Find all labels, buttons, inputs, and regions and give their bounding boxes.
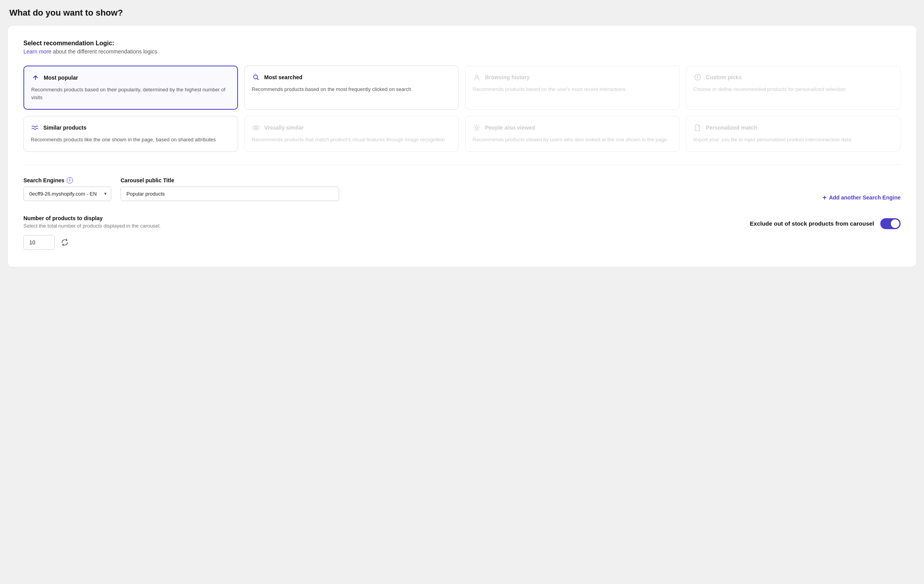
num-products-hint: Select the total number of products disp… (23, 223, 161, 229)
waves-icon (31, 123, 39, 132)
search-engines-info-icon[interactable]: i (67, 177, 73, 183)
option-title-browsing-history: Browsing history (485, 74, 530, 80)
option-title-most-popular: Most popular (44, 75, 78, 81)
num-products-input[interactable] (23, 235, 55, 250)
option-desc-browsing-history: Recommends products based on the user's … (473, 85, 672, 93)
option-title-personalized-match: Personalized match (706, 125, 757, 131)
option-header-most-searched: Most searched (252, 73, 451, 82)
svg-point-6 (476, 126, 478, 129)
file-icon (693, 123, 702, 132)
option-desc-visually-similar: Recommends products that match product's… (252, 136, 451, 144)
option-card-visually-similar: Visually similarRecommends products that… (244, 116, 459, 152)
page-title: What do you want to show? (8, 8, 916, 18)
search-engines-group: Search Engines i 0ecff9-26.myshopify.com… (23, 177, 111, 201)
option-desc-personalized-match: Import your .csv file to input personali… (693, 136, 893, 144)
svg-point-5 (255, 127, 257, 129)
svg-point-3 (697, 78, 698, 79)
exclude-section: Exclude out of stock products from carou… (750, 218, 901, 229)
exclamation-icon (693, 73, 702, 82)
option-header-custom-picks: Custom picks (693, 73, 893, 82)
carousel-title-group: Carousel public Title (121, 177, 813, 201)
carousel-label: Carousel public Title (121, 177, 813, 183)
exclude-label: Exclude out of stock products from carou… (750, 220, 874, 227)
engine-select[interactable]: 0ecff9-26.myshopify.com - EN (23, 187, 111, 201)
section-title: Select recommendation Logic: (23, 40, 901, 47)
option-title-people-also-viewed: People also viewed (485, 125, 535, 131)
engine-select-wrapper: 0ecff9-26.myshopify.com - EN ▾ (23, 187, 111, 201)
option-card-browsing-history: Browsing historyRecommends products base… (465, 66, 680, 110)
carousel-input[interactable] (121, 187, 339, 201)
option-header-personalized-match: Personalized match (693, 123, 893, 132)
option-card-personalized-match: Personalized matchImport your .csv file … (686, 116, 901, 152)
bottom-section: Number of products to display Select the… (23, 215, 901, 250)
gear-icon (473, 123, 481, 132)
option-header-people-also-viewed: People also viewed (473, 123, 672, 132)
num-products-label: Number of products to display (23, 215, 161, 221)
learn-more-link[interactable]: Learn more (23, 48, 52, 55)
eye-icon (252, 123, 260, 132)
svg-point-1 (476, 75, 478, 77)
option-card-most-searched[interactable]: Most searchedRecommends products based o… (244, 66, 459, 110)
option-desc-similar-products: Recommends products like the one shown i… (31, 136, 231, 144)
option-card-similar-products[interactable]: Similar productsRecommends products like… (23, 116, 238, 152)
exclude-toggle[interactable] (880, 218, 901, 229)
num-input-row (23, 235, 161, 250)
option-header-most-popular: Most popular (31, 73, 230, 82)
option-header-visually-similar: Visually similar (252, 123, 451, 132)
option-desc-most-searched: Recommends products based on the most fr… (252, 85, 451, 93)
search-engines-label: Search Engines (23, 177, 64, 183)
add-engine-button[interactable]: + Add another Search Engine (823, 194, 901, 201)
option-header-browsing-history: Browsing history (473, 73, 672, 82)
option-card-most-popular[interactable]: Most popularRecommends products based on… (23, 66, 238, 110)
main-card: Select recommendation Logic: Learn more … (8, 26, 916, 267)
plus-icon: + (823, 194, 827, 201)
option-card-people-also-viewed: People also viewedRecommends products vi… (465, 116, 680, 152)
add-engine-label: Add another Search Engine (829, 194, 901, 201)
option-title-similar-products: Similar products (43, 125, 86, 131)
person-icon (473, 73, 481, 82)
option-desc-people-also-viewed: Recommends products viewed by users who … (473, 136, 672, 144)
refresh-icon[interactable] (59, 237, 70, 248)
option-title-visually-similar: Visually similar (264, 125, 304, 131)
search-engines-row: Search Engines i 0ecff9-26.myshopify.com… (23, 177, 901, 201)
option-card-custom-picks: Custom picksChoose or define recommended… (686, 66, 901, 110)
options-grid-row2: Similar productsRecommends products like… (23, 116, 901, 152)
search-icon (252, 73, 260, 82)
option-title-most-searched: Most searched (264, 74, 302, 80)
option-desc-custom-picks: Choose or define recommended products fo… (693, 85, 893, 93)
svg-point-4 (253, 126, 259, 130)
options-grid-row1: Most popularRecommends products based on… (23, 66, 901, 110)
arrow-up-icon (31, 73, 40, 82)
section-subtitle: Learn more about the different recommend… (23, 48, 901, 55)
divider (23, 164, 901, 165)
option-header-similar-products: Similar products (31, 123, 231, 132)
option-desc-most-popular: Recommends products based on their popul… (31, 86, 230, 101)
option-title-custom-picks: Custom picks (706, 74, 742, 80)
toggle-knob (891, 219, 899, 228)
num-products-group: Number of products to display Select the… (23, 215, 161, 250)
